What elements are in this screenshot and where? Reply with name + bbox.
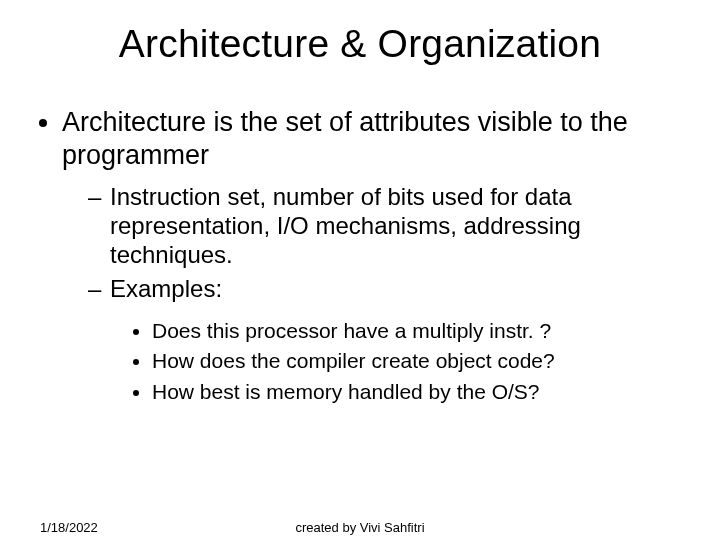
sub-bullet-examples: Examples: Does this processor have a mul… bbox=[88, 274, 680, 405]
level-1-list: Architecture is the set of attributes vi… bbox=[40, 106, 680, 405]
sub-bullet-text: Instruction set, number of bits used for… bbox=[110, 183, 581, 269]
bullet-text: Architecture is the set of attributes vi… bbox=[62, 107, 628, 170]
example-item: Does this processor have a multiply inst… bbox=[152, 317, 680, 344]
bullet-architecture: Architecture is the set of attributes vi… bbox=[62, 106, 680, 405]
example-item: How best is memory handled by the O/S? bbox=[152, 378, 680, 405]
slide: Architecture & Organization Architecture… bbox=[0, 0, 720, 540]
sub-bullet-text: Examples: bbox=[110, 275, 222, 302]
sub-bullet-details: Instruction set, number of bits used for… bbox=[88, 182, 680, 270]
slide-title: Architecture & Organization bbox=[40, 22, 680, 66]
level-2-list: Instruction set, number of bits used for… bbox=[62, 182, 680, 405]
footer-author: created by Vivi Sahfitri bbox=[295, 520, 424, 535]
level-3-list: Does this processor have a multiply inst… bbox=[110, 317, 680, 405]
footer-date: 1/18/2022 bbox=[40, 520, 98, 535]
example-item: How does the compiler create object code… bbox=[152, 347, 680, 374]
